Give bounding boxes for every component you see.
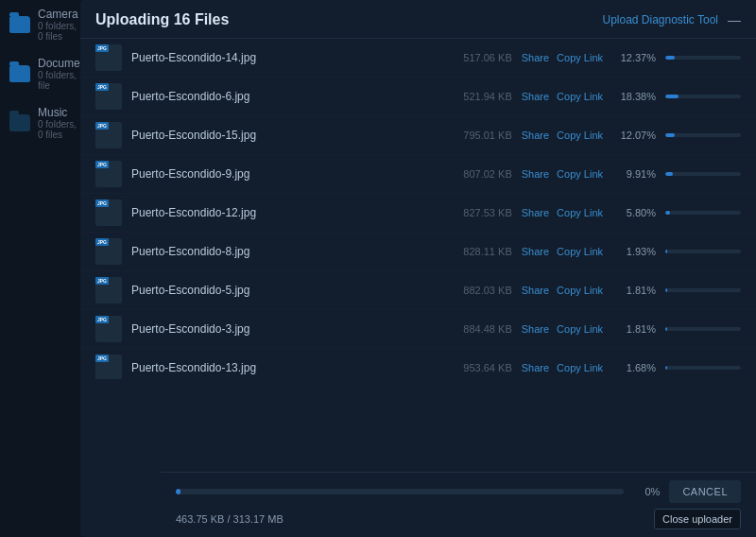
file-size: 882.03 KB xyxy=(463,285,511,296)
folder-icon xyxy=(9,16,30,33)
file-type-badge: JPG xyxy=(95,161,109,168)
copy-link[interactable]: Copy Link xyxy=(557,323,603,335)
file-percent: 5.80% xyxy=(612,207,656,218)
share-link[interactable]: Share xyxy=(522,285,549,296)
file-percent: 12.07% xyxy=(612,130,656,141)
file-row: JPG Puerto-Escondido-6.jpg 521.94 KB Sha… xyxy=(80,78,756,116)
file-type-badge: JPG xyxy=(95,277,109,285)
footer: 0% CANCEL 463.75 KB / 313.17 MB Close up… xyxy=(161,472,756,537)
sidebar-item-label: Music xyxy=(38,106,80,119)
cancel-button[interactable]: CANCEL xyxy=(669,480,741,503)
copy-link[interactable]: Copy Link xyxy=(557,130,603,141)
upload-title: Uploading 16 Files xyxy=(95,11,229,28)
file-name: Puerto-Escondido-9.jpg xyxy=(131,167,448,181)
share-link[interactable]: Share xyxy=(522,323,549,335)
file-thumb: JPG xyxy=(95,238,122,265)
file-progress xyxy=(665,56,741,60)
file-type-badge: JPG xyxy=(95,355,109,362)
file-size: 521.94 KB xyxy=(463,91,511,102)
share-link[interactable]: Share xyxy=(522,362,549,373)
footer-progress-row: 0% CANCEL xyxy=(176,480,741,503)
file-progress xyxy=(665,95,741,98)
file-actions: Share Copy Link xyxy=(522,246,603,257)
file-name: Puerto-Escondido-3.jpg xyxy=(131,322,448,336)
diag-tool-link[interactable]: Upload Diagnostic Tool xyxy=(602,13,718,26)
copy-link[interactable]: Copy Link xyxy=(557,246,603,257)
sidebar-item-camera[interactable]: Camera 0 folders, 0 files xyxy=(0,0,90,49)
file-thumb: JPG xyxy=(95,161,122,187)
file-actions: Share Copy Link xyxy=(522,362,603,373)
file-name: Puerto-Escondido-14.jpg xyxy=(131,51,448,64)
file-thumb: JPG xyxy=(95,83,122,110)
file-percent: 1.93% xyxy=(612,246,656,257)
file-name: Puerto-Escondido-6.jpg xyxy=(131,90,448,103)
file-progress xyxy=(665,288,741,292)
sidebar-item-documents[interactable]: Documents 0 folders, 1 file xyxy=(0,49,90,98)
file-size: 517.06 KB xyxy=(463,52,511,63)
file-thumb: JPG xyxy=(95,355,122,379)
file-actions: Share Copy Link xyxy=(522,91,603,102)
file-size: 884.48 KB xyxy=(463,323,511,335)
sidebar-item-meta: 0 folders, 0 files xyxy=(38,21,80,42)
file-name: Puerto-Escondido-5.jpg xyxy=(131,284,448,297)
file-size: 795.01 KB xyxy=(463,130,511,141)
file-row: JPG Puerto-Escondido-15.jpg 795.01 KB Sh… xyxy=(80,116,756,155)
file-actions: Share Copy Link xyxy=(522,323,603,335)
file-actions: Share Copy Link xyxy=(522,130,603,141)
file-name: Puerto-Escondido-12.jpg xyxy=(131,206,448,219)
file-progress xyxy=(665,172,741,176)
file-type-badge: JPG xyxy=(95,238,109,246)
file-progress xyxy=(665,211,741,215)
copy-link[interactable]: Copy Link xyxy=(557,168,603,180)
sidebar-item-label: Camera xyxy=(38,8,80,21)
upload-header: Uploading 16 Files Upload Diagnostic Too… xyxy=(80,0,756,39)
folder-icon xyxy=(9,114,30,131)
file-type-badge: JPG xyxy=(95,316,109,323)
file-thumb: JPG xyxy=(95,277,122,303)
file-progress xyxy=(665,133,741,137)
copy-link[interactable]: Copy Link xyxy=(557,91,603,102)
share-link[interactable]: Share xyxy=(522,52,549,63)
file-list: JPG Puerto-Escondido-14.jpg 517.06 KB Sh… xyxy=(80,39,756,379)
copy-link[interactable]: Copy Link xyxy=(557,285,603,296)
file-thumb: JPG xyxy=(95,199,122,226)
sidebar-item-music[interactable]: Music 0 folders, 0 files xyxy=(0,98,90,147)
footer-info-row: 463.75 KB / 313.17 MB Close uploader xyxy=(176,509,741,529)
file-type-badge: JPG xyxy=(95,44,109,52)
share-link[interactable]: Share xyxy=(522,91,549,102)
file-row: JPG Puerto-Escondido-13.jpg 953.64 KB Sh… xyxy=(80,349,756,379)
share-link[interactable]: Share xyxy=(522,246,549,257)
size-info: 463.75 KB / 313.17 MB xyxy=(176,513,284,525)
file-row: JPG Puerto-Escondido-14.jpg 517.06 KB Sh… xyxy=(80,39,756,78)
file-name: Puerto-Escondido-13.jpg xyxy=(131,361,448,374)
minimize-button[interactable]: — xyxy=(728,12,741,27)
file-row: JPG Puerto-Escondido-9.jpg 807.02 KB Sha… xyxy=(80,155,756,194)
share-link[interactable]: Share xyxy=(522,130,549,141)
file-name: Puerto-Escondido-15.jpg xyxy=(131,129,448,142)
file-percent: 18.38% xyxy=(612,91,656,102)
file-size: 827.53 KB xyxy=(463,207,511,218)
copy-link[interactable]: Copy Link xyxy=(557,207,603,218)
file-size: 807.02 KB xyxy=(463,168,511,180)
share-link[interactable]: Share xyxy=(522,207,549,218)
file-actions: Share Copy Link xyxy=(522,285,603,296)
file-type-badge: JPG xyxy=(95,122,109,130)
file-progress xyxy=(665,250,741,253)
file-thumb: JPG xyxy=(95,44,122,71)
overall-progress-bar xyxy=(176,489,624,494)
file-name: Puerto-Escondido-8.jpg xyxy=(131,245,448,258)
file-percent: 1.68% xyxy=(612,362,656,373)
file-progress xyxy=(665,366,741,370)
file-size: 953.64 KB xyxy=(463,362,511,373)
folder-icon xyxy=(9,65,30,82)
file-type-badge: JPG xyxy=(95,83,109,91)
close-uploader-button[interactable]: Close uploader xyxy=(654,509,741,529)
file-thumb: JPG xyxy=(95,122,122,148)
copy-link[interactable]: Copy Link xyxy=(557,362,603,373)
main-panel: Uploading 16 Files Upload Diagnostic Too… xyxy=(80,0,756,537)
file-type-badge: JPG xyxy=(95,199,109,207)
overall-percent: 0% xyxy=(633,486,660,497)
share-link[interactable]: Share xyxy=(522,168,549,180)
file-thumb: JPG xyxy=(95,316,122,342)
copy-link[interactable]: Copy Link xyxy=(557,52,603,63)
